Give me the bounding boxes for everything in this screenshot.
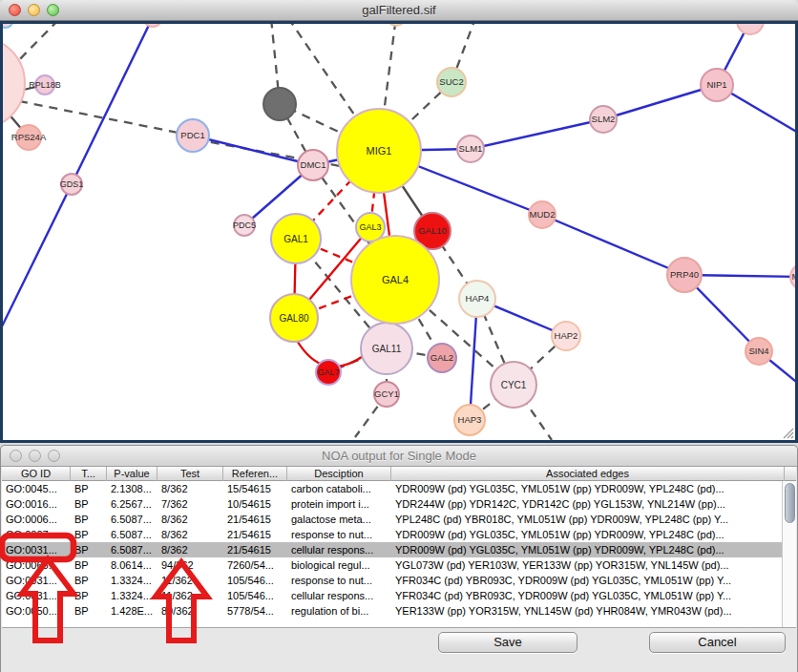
- edge-pp[interactable]: [603, 85, 717, 119]
- table-cell: BP: [71, 496, 107, 512]
- table-cell: biological regul...: [287, 557, 391, 573]
- table-cell: YDR009W (pd) YGL035C, YML051W (pp) YDR00…: [391, 542, 785, 557]
- node-label-rpl18b: RPL18B: [29, 80, 61, 90]
- node-label-prp40: PRP40: [670, 269, 699, 280]
- table-cell: 8/362: [158, 542, 223, 557]
- node-top-green[interactable]: [387, 24, 406, 26]
- table-cell: 1.3324...: [107, 573, 158, 588]
- column-header[interactable]: GO ID: [2, 467, 71, 481]
- table-row[interactable]: GO:0006...BP6.5087...8/36221/54615galact…: [2, 512, 782, 527]
- network-window-title: galFiltered.sif: [0, 3, 798, 17]
- column-header[interactable]: Referen...: [223, 467, 287, 481]
- table-cell: galactose meta...: [287, 512, 391, 527]
- node-label-hap3: HAP3: [458, 414, 482, 425]
- save-button[interactable]: Save: [438, 632, 578, 653]
- table-cell: 11/362: [158, 588, 223, 603]
- node-label-gds1: GDS1: [60, 179, 84, 189]
- node-label-mud2: MUD2: [530, 209, 556, 220]
- table-cell: BP: [71, 542, 107, 557]
- table-cell: response to nut...: [287, 527, 391, 542]
- node-top-pink-right[interactable]: [737, 24, 764, 34]
- node-gray-node[interactable]: [263, 88, 296, 120]
- table-cell: GO:0006...: [2, 512, 71, 527]
- edge-pp[interactable]: [471, 119, 603, 149]
- edge-pp[interactable]: [72, 24, 153, 184]
- table-header: GO IDT...P-valueTestReferen...Desciption…: [2, 467, 796, 481]
- network-canvas[interactable]: RPL18BRPS24AGDS1PDC1DMC1MIG1SUC2NIP1SLM2…: [0, 21, 798, 443]
- node-label-gal10: GAL10: [418, 225, 447, 236]
- table-cell: 105/546...: [223, 588, 287, 603]
- scrollbar-thumb[interactable]: [785, 483, 795, 523]
- table-cell: 8.0614...: [107, 557, 158, 573]
- edge-pp[interactable]: [542, 215, 684, 275]
- table-cell: 5778/54...: [223, 603, 287, 619]
- edge-pp[interactable]: [193, 136, 313, 165]
- column-header[interactable]: P-value: [107, 467, 158, 481]
- table-cell: 8/362: [158, 512, 223, 527]
- table-row[interactable]: GO:0031...BP6.5087...8/36221/54615cellul…: [2, 542, 782, 557]
- table-cell: cellular respons...: [287, 542, 391, 557]
- node-label-gal80: GAL80: [279, 313, 309, 324]
- node-top-pink-left[interactable]: [143, 24, 162, 27]
- table-row[interactable]: GO:0031...BP1.3324...11/362105/546...cel…: [2, 588, 782, 603]
- table-row[interactable]: GO:0045...BP2.1308...8/36215/54615carbon…: [2, 481, 782, 496]
- edge-dashed[interactable]: [196, 139, 361, 170]
- table-cell: BP: [71, 481, 107, 496]
- table-cell: 6.5087...: [107, 512, 158, 527]
- node-label-gal4: GAL4: [382, 274, 409, 285]
- table-cell: BP: [71, 512, 107, 527]
- node-corner[interactable]: [3, 24, 12, 28]
- node-label-cyc1: CYC1: [501, 380, 527, 390]
- node-label-gal3: GAL3: [359, 222, 381, 232]
- results-table: GO IDT...P-valueTestReferen...Desciption…: [2, 467, 796, 628]
- table-cell: 94/362: [158, 557, 223, 573]
- node-label-mig1: MIG1: [367, 145, 392, 157]
- table-cell: cellular respons...: [287, 588, 391, 603]
- node-label-gal1: GAL1: [284, 234, 308, 244]
- table-row[interactable]: GO:0031...BP1.3324...11/362105/546...res…: [2, 573, 782, 588]
- column-header[interactable]: T...: [71, 467, 107, 481]
- table-cell: 105/546...: [223, 573, 287, 588]
- column-header[interactable]: Desciption: [287, 467, 391, 481]
- table-cell: 1.3324...: [107, 588, 158, 603]
- column-header[interactable]: Test: [158, 467, 223, 481]
- table-cell: BP: [71, 603, 107, 619]
- resize-grip-icon[interactable]: [781, 426, 794, 439]
- edge-dashed[interactable]: [19, 101, 193, 136]
- node-label-nip1: NIP1: [706, 79, 726, 90]
- table-cell: 1.428E...: [107, 603, 158, 619]
- table-row[interactable]: GO:0065...BP8.0614...94/3627260/54...bio…: [2, 557, 782, 573]
- table-row[interactable]: GO:0016...BP6.2567...7/36210/54615protei…: [2, 496, 782, 512]
- output-titlebar[interactable]: NOA output for Single Mode: [1, 446, 797, 467]
- table-cell: YFR034C (pd) YBR093C, YDR009W (pd) YGL03…: [391, 573, 785, 588]
- network-window: galFiltered.sif RPL18BRPS24AGDS1PDC1DMC1…: [0, 0, 798, 443]
- node-label-msl1: MSL1: [792, 271, 795, 282]
- table-cell: YFR034C (pd) YBR093C, YDR009W (pd) YGL03…: [391, 588, 785, 603]
- node-label-pdc5: PDC5: [233, 220, 256, 230]
- table-cell: BP: [71, 588, 107, 603]
- table-cell: 80/362: [158, 603, 223, 619]
- table-row[interactable]: GO:0007...BP6.5087...8/36221/54615respon…: [2, 527, 782, 542]
- table-cell: GO:0016...: [2, 496, 71, 512]
- node-label-sin4: SIN4: [748, 346, 768, 356]
- output-window-title: NOA output for Single Mode: [1, 449, 797, 463]
- table-cell: YDR009W (pd) YGL035C, YML051W (pp) YDR00…: [391, 481, 785, 496]
- table-cell: 11/362: [158, 573, 223, 588]
- table-cell: 8/362: [158, 481, 223, 496]
- node-label-hap2: HAP2: [555, 330, 578, 341]
- vertical-scrollbar[interactable]: [782, 481, 796, 627]
- edge-pp[interactable]: [3, 184, 72, 330]
- table-cell: GO:0007...: [2, 527, 71, 542]
- table-cell: 8/362: [158, 527, 223, 542]
- node-big-pink[interactable]: [3, 37, 25, 129]
- network-titlebar[interactable]: galFiltered.sif: [0, 0, 798, 21]
- node-label-slm2: SLM2: [592, 114, 616, 124]
- table-cell: GO:0031...: [2, 542, 71, 557]
- table-row[interactable]: GO:0050...BP1.428E...80/3625778/54...reg…: [2, 603, 782, 619]
- column-header[interactable]: Associated edges: [391, 467, 785, 481]
- network-graph[interactable]: RPL18BRPS24AGDS1PDC1DMC1MIG1SUC2NIP1SLM2…: [3, 24, 795, 443]
- cancel-button[interactable]: Cancel: [649, 632, 786, 653]
- node-label-hap4: HAP4: [466, 293, 490, 304]
- table-cell: YER133W (pp) YOR315W, YNL145W (pd) YHR08…: [391, 603, 785, 619]
- node-label-suc2: SUC2: [439, 76, 463, 87]
